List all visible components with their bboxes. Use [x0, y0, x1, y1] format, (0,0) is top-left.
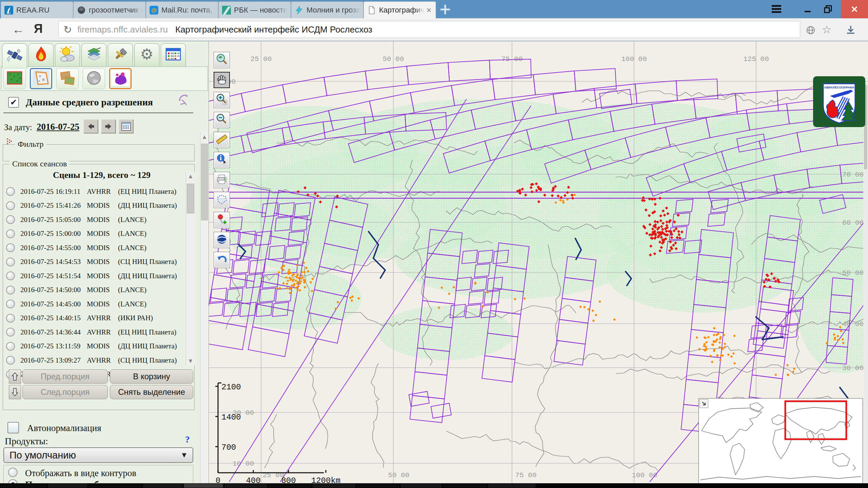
session-row[interactable]: 2016-07-25 16:19:11AVHRR(ЕЦ НИЦ Планета)	[6, 185, 189, 198]
download-icon[interactable]	[845, 24, 856, 36]
subtool-region[interactable]	[109, 68, 132, 89]
panel-tab-tools[interactable]	[108, 43, 133, 67]
panel-tab-satellite-data[interactable]	[2, 43, 27, 68]
session-radio[interactable]	[6, 229, 15, 238]
taskbar-item[interactable]	[184, 484, 223, 488]
map-tool-measure-ruler[interactable]	[214, 132, 230, 148]
browser-tab[interactable]: АФАREAA.RU	[1, 1, 73, 18]
tab-close-icon[interactable]	[426, 7, 432, 14]
bookmark-star-icon[interactable]: ☆	[822, 23, 832, 36]
session-radio[interactable]	[6, 314, 15, 323]
products-help-link[interactable]: ?	[185, 434, 190, 445]
back-button[interactable]: ←	[12, 22, 24, 37]
map-tool-google-earth[interactable]	[214, 232, 230, 248]
filter-legend[interactable]: Фильтр	[15, 140, 46, 149]
browser-tab[interactable]: Картографический ин	[363, 1, 436, 18]
next-portion-button[interactable]: След.порция	[22, 385, 108, 399]
overview-map[interactable]	[698, 398, 863, 483]
scroll-top-button[interactable]	[9, 369, 21, 384]
session-row[interactable]: 2016-07-25 14:45:00MODIS(LANCE)	[6, 297, 189, 311]
session-radio[interactable]	[6, 342, 15, 351]
session-radio[interactable]	[6, 328, 15, 337]
medium-res-checkbox[interactable]: ✔	[8, 97, 19, 108]
session-radio[interactable]	[6, 356, 15, 365]
browser-tab[interactable]: Молния и гроза в ре	[291, 1, 363, 18]
scroll-up-icon[interactable]: ▲	[186, 173, 195, 180]
map-tool-undo[interactable]	[214, 252, 230, 268]
taskbar-item[interactable]	[269, 484, 311, 488]
session-radio[interactable]	[6, 243, 15, 252]
yandex-logo[interactable]: Я	[34, 22, 43, 36]
globe-icon[interactable]	[806, 25, 816, 35]
map-tool-print[interactable]	[214, 172, 230, 188]
session-row[interactable]: 2016-07-25 14:54:53MODIS(СЦ НИЦ Планета)	[6, 255, 189, 269]
taskbar-item[interactable]	[224, 484, 267, 488]
scroll-bottom-button[interactable]	[9, 385, 21, 399]
panel-scrollbar[interactable]: ▲ ▼	[200, 132, 209, 483]
panel-scrollbar-thumb[interactable]	[201, 144, 208, 220]
session-radio[interactable]	[6, 201, 15, 210]
overview-collapse-button[interactable]	[699, 399, 708, 408]
taskbar-item[interactable]	[313, 484, 355, 488]
minimize-button[interactable]	[797, 0, 818, 18]
taskbar-item[interactable]	[89, 484, 142, 488]
calendar-button[interactable]	[119, 119, 134, 134]
session-radio[interactable]	[6, 215, 15, 224]
panel-tab-fires[interactable]	[28, 43, 54, 67]
session-radio[interactable]	[6, 300, 15, 308]
session-row[interactable]: 2016-07-25 14:36:44AVHRR(ЕЦ НИЦ Планета)	[6, 325, 189, 339]
session-radio[interactable]	[6, 187, 15, 196]
sessions-scrollbar-thumb[interactable]	[187, 184, 194, 214]
products-select[interactable]: По умолчанию ▼	[3, 447, 193, 463]
url-field[interactable]: ↻ firemaps.nffc.aviales.ru Картографичес…	[58, 21, 800, 38]
session-row[interactable]: 2016-07-25 15:41:26MODIS(ДЦ НИЦ Планета)	[6, 199, 189, 212]
satellite-dish-icon[interactable]	[177, 94, 189, 106]
map-tool-identify-info[interactable]	[214, 152, 230, 168]
prev-portion-button[interactable]: Пред.порция	[22, 369, 108, 384]
map-tool-pan-hand[interactable]	[214, 72, 230, 88]
page-scrollbar[interactable]	[863, 83, 868, 483]
session-row[interactable]: 2016-07-25 15:05:00MODIS(LANCE)	[6, 213, 189, 226]
autonormalization-checkbox[interactable]	[7, 422, 19, 433]
subtool-field[interactable]	[3, 68, 26, 89]
taskbar-item[interactable]	[1, 484, 47, 488]
panel-tab-legend[interactable]	[161, 43, 186, 67]
session-row[interactable]: 2016-07-25 14:55:00MODIS(LANCE)	[6, 241, 189, 255]
taskbar-item[interactable]	[488, 484, 536, 488]
map-tool-zoom-extent[interactable]	[214, 52, 230, 68]
session-row[interactable]: 2016-07-25 14:40:15AVHRR(ИКИ РАН)	[6, 311, 189, 325]
subtool-scene[interactable]	[30, 68, 52, 89]
overview-extent-rectangle[interactable]	[785, 401, 846, 439]
browser-tab[interactable]: @Mail.Ru: почта, поиск	[146, 1, 218, 18]
panel-scroll-up-icon[interactable]: ▲	[200, 134, 209, 141]
session-radio[interactable]	[6, 286, 15, 294]
subtool-maps[interactable]	[56, 68, 79, 89]
scroll-down-icon[interactable]: ▼	[186, 358, 195, 365]
session-radio[interactable]	[6, 271, 15, 280]
map-tool-add-placemark[interactable]	[214, 212, 230, 228]
session-row[interactable]: 2016-07-25 13:11:59MODIS(ДЦ НИЦ Планета)	[6, 340, 189, 353]
menu-button[interactable]	[765, 0, 788, 18]
contours-radio[interactable]	[8, 468, 18, 477]
panel-tab-settings[interactable]: ⚙	[134, 43, 159, 67]
session-row[interactable]: 2016-07-25 15:00:00MODIS(LANCE)	[6, 227, 189, 241]
session-row[interactable]: 2016-07-25 14:51:54MODIS(ДЦ НИЦ Планета)	[6, 269, 189, 283]
new-tab-button[interactable]	[439, 3, 453, 17]
sessions-scrollbar[interactable]: ▲ ▼	[186, 172, 195, 365]
restore-button[interactable]	[818, 0, 838, 18]
session-row[interactable]: 2016-07-25 14:50:00MODIS(LANCE)	[6, 283, 189, 297]
map-tool-select-polygon[interactable]	[214, 192, 230, 208]
clear-selection-button[interactable]: Снять выделение	[110, 385, 193, 399]
taskbar-item[interactable]	[143, 484, 182, 488]
map-tool-zoom-in[interactable]	[214, 92, 230, 108]
session-radio[interactable]	[6, 258, 15, 266]
close-window-button[interactable]	[841, 0, 868, 18]
panel-tab-weather[interactable]	[55, 43, 80, 67]
to-basket-button[interactable]: В корзину	[110, 369, 193, 384]
map-tool-zoom-out[interactable]	[214, 112, 230, 128]
taskbar-item[interactable]	[443, 484, 487, 488]
reload-icon[interactable]: ↻	[63, 24, 72, 36]
next-date-button[interactable]	[101, 119, 116, 134]
taskbar-item[interactable]	[357, 484, 399, 488]
map-area[interactable]: 25 0050 0075 00100 00125 0090 0070 0060 …	[209, 41, 868, 483]
